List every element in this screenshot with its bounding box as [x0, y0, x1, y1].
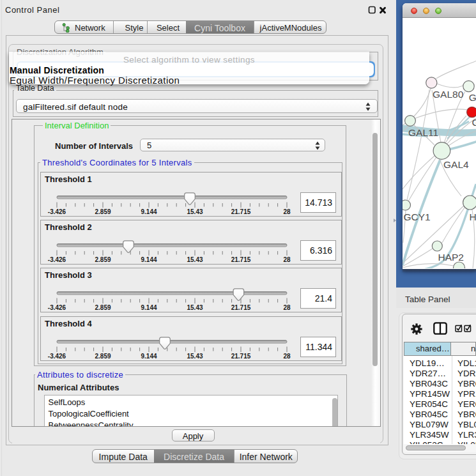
svg-text:-3.426: -3.426: [48, 304, 66, 311]
svg-text:2.859: 2.859: [95, 256, 111, 263]
svg-text:H: H: [470, 211, 476, 222]
svg-text:9.144: 9.144: [141, 304, 157, 311]
svg-text:GCY1: GCY1: [404, 211, 431, 222]
svg-text:-3.426: -3.426: [48, 352, 66, 359]
svg-text:21.715: 21.715: [231, 208, 251, 215]
svg-text:G: G: [472, 117, 476, 128]
svg-text:-3.426: -3.426: [48, 256, 66, 263]
svg-text:2.859: 2.859: [95, 208, 111, 215]
svg-text:GAL11: GAL11: [408, 127, 438, 138]
svg-text:GAL80: GAL80: [433, 89, 464, 100]
svg-text:15.43: 15.43: [187, 208, 203, 215]
svg-text:15.43: 15.43: [187, 256, 203, 263]
svg-text:9.144: 9.144: [141, 352, 157, 359]
svg-text:GA: GA: [469, 92, 476, 103]
svg-text:15.43: 15.43: [187, 304, 203, 311]
svg-text:28: 28: [283, 208, 291, 215]
svg-text:9.144: 9.144: [141, 256, 157, 263]
svg-text:2.859: 2.859: [95, 304, 111, 311]
svg-text:21.715: 21.715: [231, 256, 251, 263]
svg-text:21.715: 21.715: [231, 352, 251, 359]
svg-text:GAL4: GAL4: [443, 159, 469, 170]
svg-text:15.43: 15.43: [187, 352, 203, 359]
svg-text:2.859: 2.859: [95, 352, 111, 359]
svg-text:21.715: 21.715: [231, 304, 251, 311]
svg-text:-3.426: -3.426: [48, 208, 66, 215]
svg-text:28: 28: [283, 256, 291, 263]
svg-text:28: 28: [283, 304, 291, 311]
svg-text:9.144: 9.144: [141, 208, 157, 215]
svg-text:28: 28: [283, 352, 291, 359]
svg-text:HAP2: HAP2: [438, 252, 464, 263]
